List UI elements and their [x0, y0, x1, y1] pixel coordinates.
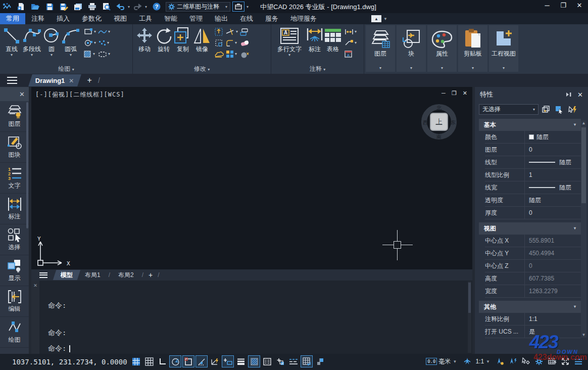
close-button[interactable]: ✕ [575, 2, 584, 9]
dynamic-input-icon[interactable] [222, 355, 234, 367]
ribbon-tab-parametric[interactable]: 参数化 [76, 13, 108, 24]
new-tab-button[interactable]: + [87, 76, 92, 85]
point-button[interactable]: ▾ [98, 37, 110, 49]
workspace-dropdown-icon[interactable]: ▾ [225, 5, 227, 9]
annotation-scale-icon[interactable] [461, 355, 473, 367]
restore-button[interactable]: ❐ [559, 2, 568, 9]
sidebar-item-draw[interactable]: 绘图 [0, 317, 29, 348]
scale-button[interactable] [215, 37, 224, 49]
ribbon-tab-home[interactable]: 常用 [0, 13, 25, 24]
layout-tab-layout2[interactable]: 布局2 [112, 270, 140, 280]
ortho-mode-icon[interactable] [156, 355, 168, 367]
command-input[interactable]: 命令: [48, 344, 70, 353]
engineering-views-tile[interactable]: 工程视图 ▾ [489, 25, 518, 72]
offset-button[interactable] [240, 26, 249, 37]
layout-tab-layout1[interactable]: 布局1 [79, 270, 107, 280]
property-row-center-y[interactable]: 中心点 Y 450.4994 [485, 247, 581, 260]
auto-annotation-icon[interactable] [507, 355, 519, 367]
viewport-minimize-icon[interactable]: ─ [442, 90, 446, 97]
workspace-flag-icon[interactable] [314, 355, 326, 367]
annotation-monitor-icon[interactable] [301, 355, 313, 367]
ribbon-tab-tools[interactable]: 工具 [133, 13, 158, 24]
sidebar-item-blocks[interactable]: 图块 [0, 132, 29, 163]
circle-button[interactable]: 圆 ▾ [43, 26, 60, 60]
quick-properties-icon[interactable] [261, 355, 273, 367]
annotation-visibility-icon[interactable] [494, 355, 506, 367]
transparency-icon[interactable] [248, 355, 260, 367]
fillet-button[interactable]: ▾ [226, 37, 238, 49]
property-row-height[interactable]: 高度 607.7385 [485, 272, 581, 285]
spline-button[interactable]: ▾ [98, 26, 110, 37]
grid-display-icon[interactable] [130, 355, 142, 367]
sidebar-item-display[interactable]: 显示 [0, 255, 29, 286]
property-row-width[interactable]: 宽度 1263.2279 [485, 285, 581, 298]
block-tile[interactable]: 块 ▾ [397, 25, 426, 72]
select-filter-icon[interactable] [520, 355, 532, 367]
polyline-button[interactable]: 多段线 ▾ [22, 26, 42, 60]
workspace-selector[interactable]: 二维草图与注释 ▾ [166, 2, 230, 12]
sidebar-item-partial[interactable] [0, 348, 29, 354]
print-button[interactable] [86, 2, 98, 12]
ellipse-button[interactable]: ▾ [84, 37, 96, 49]
rectangle-button[interactable]: ▾ [84, 26, 96, 37]
toolbox-dropdown-icon[interactable]: ▾ [247, 5, 249, 9]
add-layout-button[interactable]: + [149, 271, 153, 279]
ribbon-tab-smart[interactable]: 智能 [158, 13, 183, 24]
ribbon-tab-manage[interactable]: 管理 [183, 13, 209, 24]
compass-east[interactable]: 东 [450, 119, 457, 126]
panel-close-icon[interactable]: ✕ [577, 91, 583, 99]
sidebar-item-text[interactable]: 123 文字 [0, 163, 29, 194]
linetype-display-icon[interactable] [287, 355, 300, 367]
minimize-button[interactable]: ─ [543, 2, 552, 9]
property-row-center-z[interactable]: 中心点 Z 0 [485, 260, 581, 272]
arc-button[interactable]: 圆弧 ▾ [61, 26, 80, 60]
navigation-compass[interactable]: 北 南 西 东 上 [421, 104, 457, 140]
polar-tracking-icon[interactable] [169, 355, 181, 367]
compass-south[interactable]: 南 [435, 133, 443, 141]
help-button[interactable]: ? [151, 2, 163, 12]
ribbon-tab-online[interactable]: 在线 [234, 13, 259, 24]
properties-tile[interactable]: 属性 ▾ [427, 25, 457, 72]
property-row-thickness[interactable]: 厚度 0 [485, 207, 581, 219]
property-row-lineweight[interactable]: 线宽 随层 [485, 181, 581, 194]
unit-dropdown-icon[interactable]: ▼ [453, 359, 457, 364]
panel-dock-icon[interactable] [566, 92, 572, 97]
table-button[interactable]: 表格 [324, 26, 341, 60]
selection-cycling-icon[interactable] [274, 355, 286, 367]
save-button[interactable] [43, 2, 56, 12]
trim-button[interactable]: ▾ [226, 26, 238, 37]
revcloud-yellow-button[interactable] [215, 49, 224, 60]
array-button[interactable]: ▾ [226, 49, 238, 60]
layout-tab-model[interactable]: 模型 [53, 270, 80, 280]
section-view[interactable]: 视图▾ [479, 222, 581, 235]
sidebar-scrollbar[interactable] [26, 102, 28, 228]
compass-top-button[interactable]: 上 [430, 113, 448, 131]
annotation-scale-dropdown-icon[interactable]: ▼ [486, 359, 490, 364]
leader-button[interactable]: ▾ [345, 37, 357, 49]
ribbon-collapse-dropdown-icon[interactable]: ▼ [383, 17, 387, 21]
property-row-transparency[interactable]: 透明度 随层 [485, 194, 581, 207]
compass-west[interactable]: 西 [422, 119, 429, 126]
compass-north[interactable]: 北 [435, 105, 443, 112]
ribbon-tab-annotate[interactable]: 注释 [25, 13, 51, 24]
toolbox-button[interactable] [232, 2, 244, 12]
new-file-button[interactable] [15, 2, 27, 12]
unit-format-box[interactable]: 0.0 [426, 358, 437, 365]
redo-dropdown-icon[interactable]: ▾ [145, 5, 147, 9]
command-close-icon[interactable]: ✕ [33, 282, 37, 289]
toggle-pickadd-icon[interactable] [541, 105, 552, 115]
ribbon-tab-service[interactable]: 服务 [259, 13, 284, 24]
ribbon-tab-view[interactable]: 视图 [108, 13, 133, 24]
document-tab-drawing1[interactable]: Drawing1 ✕ [28, 74, 81, 86]
property-row-linetype[interactable]: 线型 随层 [485, 156, 581, 169]
section-basic[interactable]: 基本▾ [479, 119, 581, 131]
preview-button[interactable] [100, 2, 112, 12]
drawing-canvas[interactable]: [-][俯视][二维线框][WCS] ─ ❐ ✕ 北 南 西 东 上 YX [31, 87, 472, 269]
explode-button[interactable] [240, 49, 249, 60]
sidebar-close-icon[interactable]: ✕ [19, 90, 25, 98]
property-row-center-x[interactable]: 中心点 X 555.8901 [485, 235, 581, 247]
ribbon-tab-insert[interactable]: 插入 [51, 13, 76, 24]
sidebar-item-layers[interactable]: 图层 [0, 101, 29, 132]
unit-label[interactable]: 毫米 [438, 357, 451, 366]
lineweight-display-icon[interactable] [235, 355, 247, 367]
